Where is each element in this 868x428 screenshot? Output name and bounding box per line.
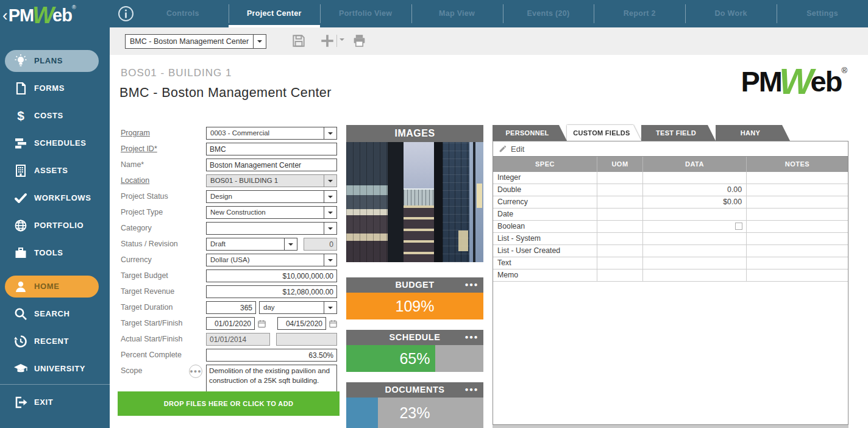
schedule-menu-icon[interactable]: ●●●: [464, 330, 478, 344]
percent-complete-input[interactable]: [206, 349, 337, 362]
file-dropzone[interactable]: DROP FILES HERE OR CLICK TO ADD: [118, 391, 340, 416]
name-input[interactable]: [206, 159, 337, 171]
project-id-input[interactable]: [206, 143, 337, 155]
chevron-down-icon: [324, 191, 336, 202]
sidebar-item-recent[interactable]: RECENT: [5, 330, 99, 352]
add-icon[interactable]: [319, 33, 335, 49]
column-header-uom[interactable]: UOM: [597, 157, 642, 172]
table-row[interactable]: Boolean: [493, 221, 848, 233]
chevron-down-icon: [324, 254, 336, 266]
program-label[interactable]: Program: [121, 129, 150, 137]
documents-menu-icon[interactable]: ●●●: [464, 382, 478, 396]
sidebar-item-exit[interactable]: EXIT: [5, 391, 99, 413]
scope-textarea[interactable]: Demolition of the existing pavilion and …: [206, 365, 337, 393]
location-select[interactable]: BOS01 - BUILDING 1: [206, 174, 337, 187]
nav-tab-portfolio-view[interactable]: Portfolio View: [320, 0, 411, 27]
sidebar-item-university[interactable]: UNIVERSITY: [5, 358, 99, 380]
target-start-input[interactable]: [206, 317, 255, 330]
sidebar-item-home[interactable]: HOME: [5, 276, 99, 298]
pmweb-logo[interactable]: ‹PMWeb®: [2, 2, 76, 28]
print-icon[interactable]: [352, 33, 367, 48]
chevron-down-icon: [324, 223, 336, 234]
history-icon: [13, 334, 28, 349]
currency-label: Currency: [121, 255, 152, 264]
target-revenue-input[interactable]: [206, 285, 337, 298]
column-header-notes[interactable]: NOTES: [746, 157, 848, 172]
edit-button[interactable]: Edit: [493, 141, 848, 157]
sidebar-item-workflows[interactable]: WORKFLOWS: [5, 187, 99, 209]
table-row[interactable]: Integer: [493, 172, 848, 184]
name-label: Name*: [121, 160, 144, 169]
detail-tabs: PERSONNEL CUSTOM FIELDS TEST FIELD HANY: [493, 125, 848, 141]
table-row[interactable]: Date: [493, 209, 848, 221]
sidebar-item-portfolio[interactable]: PORTFOLIO: [5, 215, 99, 237]
images-panel-header: IMAGES: [346, 125, 483, 142]
status-revision-label: Status / Revision: [121, 240, 178, 248]
tab-custom-fields[interactable]: CUSTOM FIELDS: [567, 125, 641, 141]
nav-tab-settings[interactable]: Settings: [777, 0, 868, 27]
dollar-icon: $: [13, 109, 28, 123]
sidebar-item-plans[interactable]: PLANS: [5, 50, 99, 72]
sidebar-item-search[interactable]: SEARCH: [5, 303, 99, 325]
table-row[interactable]: Double0.00: [493, 184, 848, 196]
scope-label: Scope: [121, 366, 142, 375]
sidebar-item-forms[interactable]: FORMS: [5, 77, 99, 99]
chevron-down-icon: [324, 127, 336, 139]
project-id-label[interactable]: Project ID*: [121, 144, 157, 153]
target-budget-input[interactable]: [206, 269, 337, 282]
nav-tab-do-work[interactable]: Do Work: [685, 0, 777, 27]
calendar-icon[interactable]: [329, 319, 338, 329]
table-row[interactable]: Currency$0.00: [493, 196, 848, 209]
nav-tab-map-view[interactable]: Map View: [411, 0, 503, 27]
table-row[interactable]: Text: [493, 257, 848, 269]
nav-tab-events[interactable]: Events (20): [503, 0, 594, 27]
column-header-spec[interactable]: SPEC: [493, 157, 597, 172]
scope-expand-button[interactable]: ●●●: [189, 365, 202, 378]
sidebar-item-costs[interactable]: $ COSTS: [5, 105, 99, 127]
location-label[interactable]: Location: [121, 176, 149, 185]
program-select[interactable]: 0003 - Commercial: [206, 127, 337, 140]
lightbulb-icon: [13, 54, 28, 68]
top-navigation: Controls Project Center Portfolio View M…: [110, 0, 868, 27]
calendar-icon[interactable]: [257, 319, 266, 329]
documents-percent: 23%: [346, 398, 483, 428]
project-selector[interactable]: BMC - Boston Management Center: [125, 34, 266, 49]
budget-progress-bar: 109%: [346, 293, 483, 319]
table-row[interactable]: List - System: [493, 233, 848, 245]
currency-select[interactable]: Dollar (USA): [206, 254, 337, 266]
save-icon[interactable]: [291, 33, 307, 49]
target-finish-input[interactable]: [277, 317, 326, 330]
tab-personnel[interactable]: PERSONNEL: [493, 125, 567, 141]
budget-menu-icon[interactable]: ●●●: [464, 277, 478, 291]
boolean-checkbox[interactable]: [735, 223, 742, 230]
project-status-select[interactable]: Design: [206, 190, 337, 203]
schedule-percent: 65%: [346, 345, 483, 372]
duration-unit-select[interactable]: day: [259, 301, 337, 314]
info-icon[interactable]: [118, 5, 134, 22]
column-header-data[interactable]: DATA: [642, 157, 746, 172]
schedule-progress-bar: 65%: [346, 345, 483, 372]
sidebar-item-schedules[interactable]: SCHEDULES: [5, 132, 99, 154]
tab-test-field[interactable]: TEST FIELD: [641, 125, 716, 141]
nav-tab-controls[interactable]: Controls: [137, 0, 229, 27]
back-chevron-icon[interactable]: ‹: [2, 6, 8, 25]
table-row[interactable]: List - User Created: [493, 245, 848, 257]
table-row[interactable]: Memo: [493, 269, 848, 282]
document-icon: [13, 81, 28, 96]
tab-hany[interactable]: HANY: [716, 125, 790, 141]
nav-tab-report-2[interactable]: Report 2: [594, 0, 685, 27]
project-photo[interactable]: [346, 142, 483, 262]
sidebar-item-assets[interactable]: ASSETS: [5, 160, 99, 182]
search-icon: [13, 307, 28, 321]
project-type-label: Project Type: [121, 208, 163, 216]
nav-tab-project-center[interactable]: Project Center: [229, 0, 320, 27]
project-type-select[interactable]: New Construction: [206, 206, 337, 219]
target-duration-input[interactable]: [206, 301, 256, 314]
status-select[interactable]: Draft: [206, 238, 297, 251]
add-dropdown-caret-icon[interactable]: [340, 38, 344, 43]
category-select[interactable]: [206, 222, 337, 235]
photo-lower-facade: [404, 205, 434, 262]
sidebar-item-tools[interactable]: TOOLS: [5, 242, 99, 264]
custom-fields-panel: Edit SPEC UOM DATA NOTES Integer Double0…: [493, 141, 848, 425]
horizontal-scrollbar[interactable]: [493, 425, 848, 428]
